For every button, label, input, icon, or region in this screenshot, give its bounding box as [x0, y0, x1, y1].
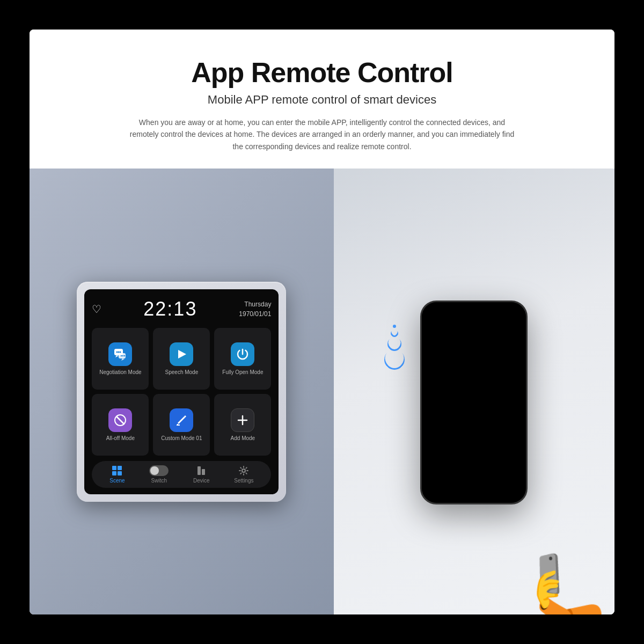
panel-header: ♡ 22:13 Thursday 1970/01/01: [92, 298, 271, 320]
add-label: Add Mode: [231, 435, 255, 442]
mode-speech[interactable]: Speech Mode: [153, 328, 210, 390]
mode-all-off[interactable]: All-off Mode: [92, 394, 149, 456]
modes-grid: Negotiation Mode Speech Mode: [92, 328, 271, 456]
svg-point-23: [242, 469, 245, 472]
smart-panel-outer: ♡ 22:13 Thursday 1970/01/01: [77, 282, 286, 502]
bottom-nav: Scene Switch: [92, 461, 271, 488]
fully-open-label: Fully Open Mode: [222, 369, 263, 376]
speech-icon: [170, 342, 193, 366]
svg-marker-8: [178, 350, 186, 358]
svg-point-5: [121, 355, 122, 356]
heart-icon: ♡: [92, 303, 101, 316]
nav-device[interactable]: Device: [193, 465, 210, 484]
page-subtitle: Mobile APP remote control of smart devic…: [208, 93, 436, 107]
device-time: 22:13: [143, 298, 197, 320]
device-date: Thursday 1970/01/01: [239, 299, 271, 319]
custom-icon: [170, 408, 193, 432]
smart-panel-screen[interactable]: ♡ 22:13 Thursday 1970/01/01: [84, 289, 279, 494]
nav-switch[interactable]: Switch: [149, 465, 169, 484]
svg-rect-18: [118, 466, 122, 470]
svg-rect-17: [112, 466, 116, 470]
negotiation-icon: [108, 342, 132, 366]
add-icon: [231, 408, 254, 432]
mode-custom[interactable]: Custom Mode 01: [153, 394, 210, 456]
svg-line-12: [116, 416, 124, 424]
phone-container: 🤳: [334, 169, 614, 614]
svg-point-1: [116, 352, 118, 353]
alloff-label: All-off Mode: [106, 435, 135, 442]
power-icon: [231, 342, 254, 366]
svg-point-6: [122, 355, 123, 356]
mode-fully-open[interactable]: Fully Open Mode: [214, 328, 271, 390]
nav-scene-label: Scene: [109, 478, 125, 484]
page-title: App Remote Control: [191, 56, 453, 89]
switch-icon: [149, 465, 169, 476]
wifi-signal-icon: [384, 325, 405, 371]
nav-device-label: Device: [193, 478, 210, 484]
nav-settings-label: Settings: [234, 478, 253, 484]
nav-switch-label: Switch: [151, 478, 167, 484]
svg-rect-20: [118, 471, 122, 475]
mode-add[interactable]: Add Mode: [214, 394, 271, 456]
svg-rect-22: [202, 469, 205, 475]
svg-point-2: [118, 352, 120, 353]
left-panel: ♡ 22:13 Thursday 1970/01/01: [30, 169, 334, 614]
hand-icon: 🤳: [522, 555, 609, 614]
right-panel: 🤳: [334, 169, 614, 614]
mode-negotiation[interactable]: Negotiation Mode: [92, 328, 149, 390]
phone-device: [420, 301, 528, 504]
top-section: App Remote Control Mobile APP remote con…: [30, 30, 614, 169]
phone-screen: [422, 302, 526, 503]
alloff-icon: [108, 408, 132, 432]
svg-rect-21: [197, 466, 201, 475]
svg-rect-19: [112, 471, 116, 475]
speech-label: Speech Mode: [165, 369, 199, 376]
nav-scene[interactable]: Scene: [109, 465, 125, 484]
nav-settings[interactable]: Settings: [234, 465, 253, 484]
page-description: When you are away or at home, you can en…: [129, 116, 515, 152]
custom-label: Custom Mode 01: [161, 435, 202, 442]
outer-frame: App Remote Control Mobile APP remote con…: [30, 30, 614, 614]
bottom-section: ♡ 22:13 Thursday 1970/01/01: [30, 169, 614, 614]
negotiation-label: Negotiation Mode: [99, 369, 141, 376]
svg-point-3: [120, 352, 121, 353]
svg-point-7: [124, 355, 125, 356]
